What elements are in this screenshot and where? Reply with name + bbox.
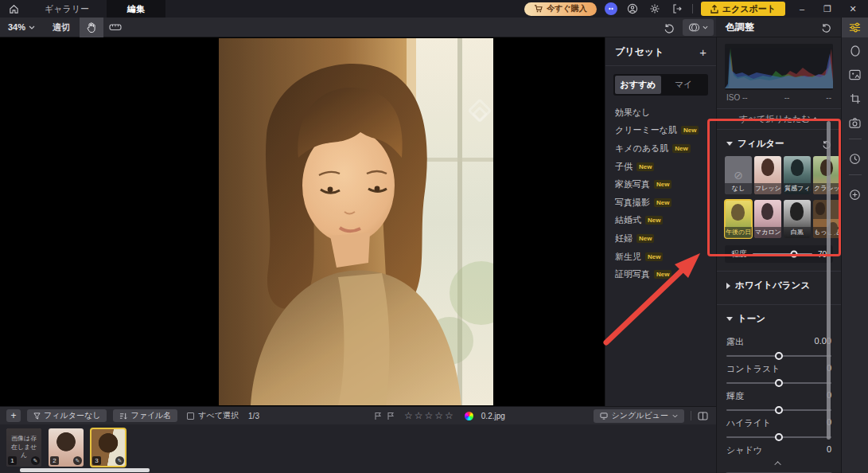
canvas-toolbar: 34% 適切 bbox=[0, 18, 841, 37]
strength-thumb[interactable] bbox=[791, 251, 798, 258]
slider-exposure: 露出0.00 bbox=[717, 330, 841, 357]
ruler-tool-button[interactable] bbox=[103, 18, 127, 37]
flag-pick-icon[interactable] bbox=[374, 412, 382, 420]
flag-reject-icon[interactable] bbox=[387, 412, 395, 420]
export-button[interactable]: エクスポート bbox=[701, 2, 785, 16]
preset-item-family-photo[interactable]: 家族写真New bbox=[615, 175, 706, 194]
star-rating[interactable]: ☆☆☆☆☆ bbox=[404, 410, 455, 421]
preset-item-id-photo[interactable]: 証明写真New bbox=[615, 265, 706, 283]
add-photos-button[interactable]: + bbox=[6, 409, 21, 422]
strength-track[interactable] bbox=[753, 253, 812, 255]
reset-icon[interactable] bbox=[821, 22, 831, 33]
close-button[interactable]: ✕ bbox=[844, 0, 862, 18]
tab-my-label: マイ bbox=[675, 80, 693, 89]
minimize-button[interactable]: – bbox=[793, 0, 811, 18]
new-badge: New bbox=[654, 180, 671, 189]
filmstrip-scrollbar[interactable] bbox=[20, 468, 150, 472]
filter-strength-slider[interactable]: 程度 70 bbox=[725, 245, 833, 263]
discord-button[interactable] bbox=[605, 2, 617, 15]
settings-button[interactable] bbox=[648, 2, 662, 16]
chevron-down-icon bbox=[672, 414, 678, 418]
editing-canvas[interactable] bbox=[0, 37, 605, 406]
compare-view-button[interactable] bbox=[683, 19, 714, 36]
tab-my-presets[interactable]: マイ bbox=[661, 76, 707, 94]
portrait-retouch-tool-button[interactable] bbox=[842, 41, 868, 61]
account-button[interactable] bbox=[625, 2, 640, 16]
camera-tool-button[interactable] bbox=[842, 112, 868, 133]
filmstrip-thumb-1[interactable]: 画像は存在しません 1 ✎ bbox=[6, 428, 41, 467]
preset-item-no-effect[interactable]: 効果なし bbox=[615, 104, 706, 122]
sort-by-filename-dropdown[interactable]: ファイル名 bbox=[113, 409, 177, 422]
color-label-icon[interactable] bbox=[465, 412, 473, 420]
preset-item-label: 妊婦 bbox=[615, 233, 633, 244]
white-balance-section-header[interactable]: ホワイトバランス bbox=[717, 272, 841, 296]
filter-section-header[interactable]: フィルター bbox=[717, 130, 841, 154]
histogram bbox=[725, 44, 833, 90]
hand-tool-button[interactable] bbox=[80, 18, 103, 37]
tab-edit[interactable]: 編集 bbox=[107, 0, 165, 18]
preset-item-creamy-skin[interactable]: クリーミーな肌New bbox=[615, 122, 706, 140]
new-badge: New bbox=[654, 198, 671, 207]
slider-track[interactable] bbox=[726, 355, 831, 357]
slider-thumb[interactable] bbox=[775, 433, 783, 441]
undo-icon bbox=[664, 22, 675, 33]
discord-icon bbox=[607, 6, 615, 12]
tone-section-header[interactable]: トーン bbox=[717, 305, 841, 330]
zoom-level-dropdown[interactable]: 34% bbox=[0, 22, 43, 32]
tone-section-title: トーン bbox=[738, 313, 765, 325]
minimize-icon: – bbox=[800, 4, 804, 14]
slider-thumb[interactable] bbox=[775, 406, 783, 414]
history-tool-button[interactable] bbox=[842, 148, 868, 169]
maximize-button[interactable]: ❐ bbox=[819, 0, 836, 18]
checkbox-icon bbox=[187, 412, 194, 420]
camera-icon bbox=[849, 118, 861, 128]
slider-track[interactable] bbox=[726, 436, 831, 438]
exit-button[interactable] bbox=[670, 2, 684, 16]
panel-collapse-chevron[interactable] bbox=[717, 461, 841, 466]
filmstrip-thumb-2[interactable]: 2 ✎ bbox=[49, 428, 84, 467]
tab-gallery[interactable]: ギャラリー bbox=[27, 0, 107, 18]
fit-button[interactable]: 適切 bbox=[43, 22, 80, 33]
home-button[interactable] bbox=[0, 0, 27, 18]
preset-item-photography[interactable]: 写真撮影New bbox=[615, 194, 706, 212]
select-all-checkbox[interactable]: すべて選択 bbox=[187, 410, 239, 421]
split-compare-icon[interactable] bbox=[698, 412, 708, 420]
filter-none-dropdown[interactable]: フィルターなし bbox=[27, 409, 107, 422]
preset-item-maternity[interactable]: 妊婦New bbox=[615, 229, 706, 248]
add-preset-button[interactable]: + bbox=[699, 45, 706, 59]
compare-circles-icon bbox=[688, 22, 700, 33]
slider-track[interactable] bbox=[726, 409, 831, 411]
current-file-name: 0.2.jpg bbox=[481, 412, 505, 420]
view-mode-dropdown[interactable]: シングルビュー bbox=[594, 409, 684, 423]
preset-item-newborn[interactable]: 新生児New bbox=[615, 248, 706, 266]
color-adjust-panel: ISO -- -- -- すべて折りたたむ フィルター ⊘なし フレッシュ 質感… bbox=[716, 37, 841, 473]
collapse-all-button[interactable]: すべて折りたたむ bbox=[717, 109, 841, 130]
crop-tool-button[interactable] bbox=[842, 88, 868, 109]
filter-tile-bw[interactable]: 白黒 bbox=[784, 200, 811, 238]
color-adjust-tool-button[interactable] bbox=[842, 18, 868, 37]
filmstrip-thumb-3[interactable]: 3 ✎ bbox=[91, 428, 126, 467]
panel-scrollbar[interactable] bbox=[827, 121, 831, 440]
filter-tile-macaron[interactable]: マカロン bbox=[754, 200, 781, 238]
background-adjust-tool-button[interactable] bbox=[842, 64, 868, 85]
plus-circle-icon bbox=[849, 189, 861, 201]
preset-item-textured-skin[interactable]: キメのある肌New bbox=[615, 139, 706, 158]
photo-preview[interactable] bbox=[219, 38, 493, 405]
filmstrip-toolbar: + フィルターなし ファイル名 すべて選択 1/3 ☆☆☆☆☆ 0.2.jpg … bbox=[0, 406, 716, 424]
filter-tile-texture-film[interactable]: 質感フィ... bbox=[784, 156, 811, 194]
slider-thumb[interactable] bbox=[775, 379, 783, 387]
close-icon: ✕ bbox=[849, 4, 856, 14]
filter-tile-fresh[interactable]: フレッシュ bbox=[754, 156, 781, 194]
undo-button[interactable] bbox=[662, 21, 676, 35]
preset-item-child[interactable]: 子供New bbox=[615, 158, 706, 176]
preset-item-label: 証明写真 bbox=[615, 268, 650, 280]
filter-tile-afternoon-sun[interactable]: 午後の日... bbox=[725, 200, 752, 238]
slider-thumb[interactable] bbox=[775, 352, 783, 360]
add-panel-button[interactable] bbox=[842, 184, 868, 205]
tab-recommended[interactable]: おすすめ bbox=[615, 76, 661, 94]
filter-tile-none[interactable]: ⊘なし bbox=[725, 156, 752, 194]
slider-track[interactable] bbox=[726, 382, 831, 384]
preset-item-wedding[interactable]: 結婚式New bbox=[615, 212, 706, 230]
photo-editor-window: ギャラリー 編集 今すぐ購入 エクスポート – bbox=[0, 0, 868, 473]
buy-now-button[interactable]: 今すぐ購入 bbox=[524, 2, 596, 16]
